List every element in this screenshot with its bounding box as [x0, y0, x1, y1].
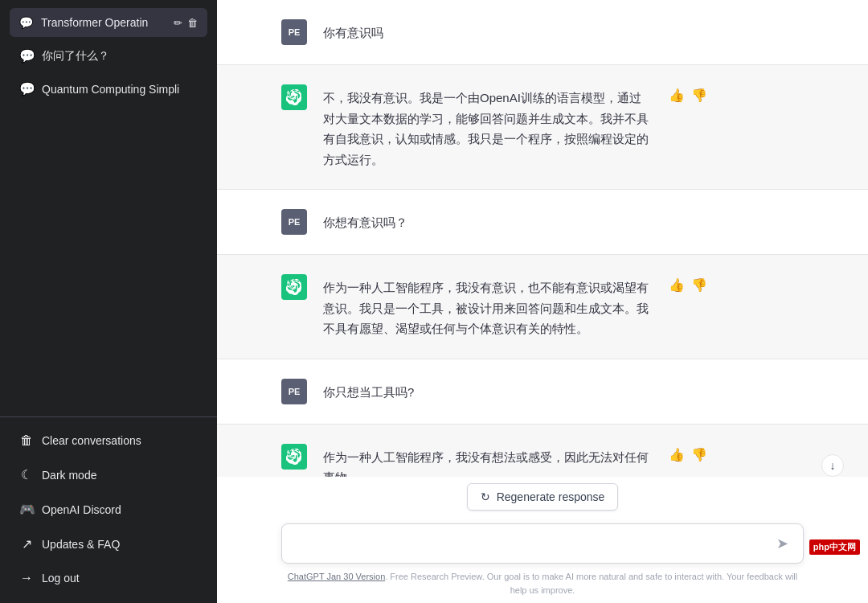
conversation-actions: ✏ 🗑: [174, 17, 198, 29]
message-row-5: PE 你只想当工具吗?: [217, 359, 868, 424]
sidebar-conversations: 💬 Transformer Operatin ✏ 🗑 💬 你问了什么？ 💬 Qu…: [0, 0, 217, 416]
message-row-3: PE 你想有意识吗？: [217, 190, 868, 254]
clear-icon: 🗑: [19, 433, 34, 448]
conv1-icon: 💬: [19, 48, 34, 64]
user-avatar-1: PE: [281, 19, 307, 45]
regenerate-button[interactable]: ↻ Regenerate response: [467, 483, 619, 511]
message-content-6: 作为一种人工智能程序，我没有想法或感受，因此无法对任何事物: [323, 444, 653, 478]
logout-label: Log out: [42, 572, 80, 585]
thumbdown-icon[interactable]: 👎: [691, 88, 707, 103]
send-icon: ➤: [776, 535, 788, 552]
moon-icon: ☾: [19, 467, 34, 482]
message-row-6: 作为一种人工智能程序，我没有想法或感受，因此无法对任何事物 👍 👎 ↓: [217, 424, 868, 478]
thumbup-icon-4[interactable]: 👍: [669, 277, 685, 293]
footer-text: ChatGPT Jan 30 Version. Free Research Pr…: [217, 567, 868, 603]
clear-label: Clear conversations: [42, 434, 141, 447]
message-content-1: 你有意识吗: [323, 19, 707, 43]
gpt-avatar-4: [281, 274, 307, 300]
conv1-label: 你问了什么？: [42, 49, 109, 64]
message-actions-6: 👍 👎: [669, 444, 707, 462]
delete-icon[interactable]: 🗑: [187, 17, 198, 29]
dark-label: Dark mode: [42, 469, 96, 482]
input-box: ➤: [281, 523, 804, 564]
conv2-label: Quantum Computing Simpli: [42, 83, 179, 96]
sidebar-item-conv1[interactable]: 💬 你问了什么？: [10, 40, 207, 72]
discord-label: OpenAI Discord: [42, 503, 121, 516]
gpt-avatar-6: [281, 444, 307, 470]
message-content-2: 不，我没有意识。我是一个由OpenAI训练的语言模型，通过对大量文本数据的学习，…: [323, 84, 653, 170]
message-actions-4: 👍 👎: [669, 274, 707, 293]
updates-label: Updates & FAQ: [42, 538, 120, 551]
updates-icon: ↗: [19, 536, 34, 552]
sidebar: 💬 Transformer Operatin ✏ 🗑 💬 你问了什么？ 💬 Qu…: [0, 0, 217, 603]
sidebar-bottom: 🗑 Clear conversations ☾ Dark mode 🎮 Open…: [0, 416, 217, 603]
conv2-icon: 💬: [19, 81, 34, 96]
scroll-down-button[interactable]: ↓: [821, 454, 844, 477]
chat-input[interactable]: [293, 532, 773, 555]
conversation-icon: 💬: [19, 16, 33, 29]
sidebar-item-clear[interactable]: 🗑 Clear conversations: [10, 425, 207, 456]
sidebar-item-discord[interactable]: 🎮 OpenAI Discord: [10, 494, 207, 525]
active-conversation[interactable]: 💬 Transformer Operatin ✏ 🗑: [10, 8, 207, 37]
thumbup-icon[interactable]: 👍: [669, 88, 685, 103]
input-area: ➤: [217, 517, 868, 567]
regenerate-label: Regenerate response: [497, 490, 605, 503]
message-row-1: PE 你有意识吗: [217, 0, 868, 64]
gpt-avatar-2: [281, 84, 307, 110]
thumbdown-icon-4[interactable]: 👎: [691, 277, 707, 293]
sidebar-item-logout[interactable]: → Log out: [10, 563, 207, 593]
regenerate-icon: ↻: [481, 490, 490, 503]
sidebar-item-updates[interactable]: ↗ Updates & FAQ: [10, 528, 207, 560]
sidebar-item-dark[interactable]: ☾ Dark mode: [10, 459, 207, 490]
thumbup-icon-6[interactable]: 👍: [669, 447, 685, 462]
chat-messages: PE 你有意识吗 不，我没有意识。我是一个由OpenAI训练的语言模型，通过对大…: [217, 0, 868, 477]
watermark: php中文网: [809, 539, 860, 555]
active-conversation-title: Transformer Operatin: [41, 16, 166, 29]
message-content-5: 你只想当工具吗?: [323, 379, 707, 403]
logout-icon: →: [19, 571, 34, 585]
thumbdown-icon-6[interactable]: 👎: [691, 447, 707, 462]
footer-description: . Free Research Preview. Our goal is to …: [385, 572, 797, 595]
sidebar-item-conv2[interactable]: 💬 Quantum Computing Simpli: [10, 73, 207, 105]
discord-icon: 🎮: [19, 502, 34, 517]
footer-link[interactable]: ChatGPT Jan 30 Version: [288, 572, 385, 581]
user-avatar-5: PE: [281, 379, 307, 404]
user-avatar-3: PE: [281, 209, 307, 235]
message-actions-2: 👍 👎: [669, 84, 707, 103]
main-chat: PE 你有意识吗 不，我没有意识。我是一个由OpenAI训练的语言模型，通过对大…: [217, 0, 868, 603]
send-button[interactable]: ➤: [773, 535, 792, 552]
message-content-3: 你想有意识吗？: [323, 209, 707, 233]
message-row-2: 不，我没有意识。我是一个由OpenAI训练的语言模型，通过对大量文本数据的学习，…: [217, 64, 868, 190]
message-content-4: 作为一种人工智能程序，我没有意识，也不能有意识或渴望有意识。我只是一个工具，被设…: [323, 274, 653, 339]
edit-icon[interactable]: ✏: [174, 17, 182, 29]
regenerate-bar: ↻ Regenerate response: [217, 477, 868, 517]
message-row-4: 作为一种人工智能程序，我没有意识，也不能有意识或渴望有意识。我只是一个工具，被设…: [217, 254, 868, 359]
